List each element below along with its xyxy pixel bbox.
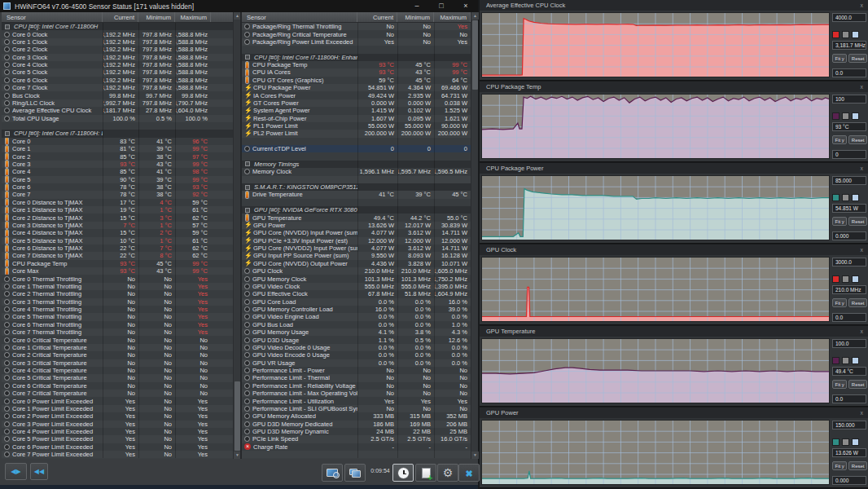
sensor-row[interactable]: Core 1 Thermal ThrottlingNoNoYes [2, 283, 233, 290]
fit-y-button[interactable]: Fit y [832, 461, 847, 470]
sensor-row[interactable]: GPU Clock210.0 MHz210.0 MHz1,605.0 MHz [242, 267, 471, 275]
color-swatch[interactable] [842, 194, 849, 201]
sensor-row[interactable]: Core 3 Critical TemperatureNoNoNo [2, 359, 233, 367]
axis-min-value[interactable]: 0.0 [832, 394, 866, 403]
color-swatch[interactable] [832, 357, 840, 364]
sensor-row[interactable]: Core 2 Distance to TjMAX15 °C3 °C62 °C [2, 214, 233, 221]
sensor-row[interactable]: GPU Memory Allocated333 MB315 MB352 MB [242, 412, 471, 420]
sensor-row[interactable]: ×Charge Rate--- [242, 443, 471, 451]
sensor-row[interactable]: ⚡CPU Package Power54.851 W4.364 W69.466 … [242, 84, 471, 91]
axis-min-value[interactable]: 0.0 [832, 313, 866, 322]
sensor-row[interactable]: ⚡PL1 Power Limit55.000 W55.000 W90.000 W [242, 122, 471, 130]
color-swatch[interactable] [832, 438, 840, 446]
sensor-row[interactable]: Core 5 Critical TemperatureNoNoNo [2, 374, 233, 381]
sensor-row[interactable]: Core 678 °C38 °C93 °C [2, 183, 233, 191]
sensor-row[interactable]: Core 181 °C39 °C99 °C [2, 145, 233, 152]
sensor-row[interactable]: Core 778 °C38 °C92 °C [2, 191, 233, 198]
close-icon[interactable]: x [861, 328, 868, 334]
axis-min-value[interactable]: 0.000 [832, 476, 866, 485]
sensor-row[interactable]: Core 083 °C41 °C96 °C [2, 138, 233, 145]
axis-max-value[interactable]: 4000.0 [832, 13, 866, 22]
sensor-row[interactable]: ⚡GPU Core (NVVDD) Input Power (sum)4.077… [242, 229, 471, 236]
scroll-first-button[interactable]: ◀◀ [30, 463, 48, 480]
sensor-row[interactable]: Core 4 Clock3,192.2 MHz797.8 MHz4,588.8 … [2, 61, 233, 68]
color-swatch[interactable] [842, 357, 849, 364]
sensor-row[interactable]: Core 1 Distance to TjMAX19 °C1 °C61 °C [2, 206, 233, 214]
sensor-row[interactable]: ⚡Rest-of-Chip Power1.607 W0.095 W1.621 W [242, 115, 471, 122]
axis-min-value[interactable]: 0.0 [832, 68, 866, 77]
sensor-row[interactable]: Core 6 Distance to TjMAX22 °C7 °C62 °C [2, 244, 233, 252]
sensor-row[interactable]: Core 2 Power Limit ExceededYesNoYes [2, 412, 233, 420]
sensor-row[interactable]: GPU D3D Memory Dedicated186 MB169 MB206 … [242, 421, 471, 428]
sensor-row[interactable]: Core 5 Thermal ThrottlingNoNoYes [2, 313, 233, 320]
sensor-row[interactable]: Average Effective CPU Clock3,181.7 MHz27… [2, 107, 233, 114]
reset-button[interactable]: Reset [848, 135, 867, 144]
close-icon[interactable]: x [861, 84, 868, 90]
sensor-row[interactable]: GPU Bus Load0.0 %0.0 %1.0 % [242, 321, 471, 328]
sensor-row[interactable]: ⚡GPU PCIe +3.3V Input Power (est)12.000 … [242, 237, 471, 244]
color-swatch[interactable] [852, 275, 859, 283]
color-swatch[interactable] [842, 438, 849, 446]
sensor-row[interactable]: Core 285 °C38 °C97 °C [2, 152, 233, 160]
sensor-row[interactable]: Core 2 Critical TemperatureNoNoNo [2, 351, 233, 359]
sensor-row[interactable]: Core 7 Distance to TjMAX22 °C8 °C62 °C [2, 252, 233, 259]
reset-button[interactable]: Reset [848, 380, 867, 389]
sensor-row[interactable]: ⚡GPU Core (NVVDD) Output Power4.436 W3.8… [242, 260, 471, 267]
axis-min-value[interactable]: 0.000 [832, 231, 866, 240]
scroll-up-icon[interactable]: ▲ [471, 12, 479, 20]
color-swatch[interactable] [852, 438, 859, 446]
scrollbar-thumb[interactable] [235, 381, 240, 451]
close-icon[interactable]: x [861, 165, 868, 171]
fit-y-button[interactable]: Fit y [832, 217, 847, 226]
sensor-row[interactable]: Core 6 Clock3,192.2 MHz797.8 MHz4,588.8 … [2, 77, 233, 84]
sensor-row[interactable]: Core 3 Clock3,192.2 MHz797.8 MHz4,588.8 … [2, 54, 233, 61]
axis-max-value[interactable]: 100 [832, 95, 866, 104]
sensor-row[interactable]: Core 6 Thermal ThrottlingNoNoYes [2, 321, 233, 328]
close-icon[interactable]: x [861, 247, 868, 253]
axis-max-value[interactable]: 100.0 [832, 339, 866, 348]
sensor-row[interactable]: Core 0 Distance to TjMAX17 °C4 °C59 °C [2, 199, 233, 206]
sensor-row[interactable]: Package/Ring Critical TemperatureNoNoNo [242, 30, 471, 37]
sensor-row[interactable]: GPU Core Load0.0 %0.0 %16.0 % [242, 298, 471, 306]
sensor-row[interactable]: Memory Clock1,596.1 MHz1,595.7 MHz1,596.… [242, 168, 471, 175]
sensor-row[interactable]: Core 6 Power Limit ExceededYesNoYes [2, 443, 233, 451]
current-value[interactable]: 3,181.7 MHz [832, 41, 866, 50]
sensor-row[interactable]: Core 1 Power Limit ExceededYesNoYes [2, 405, 233, 412]
sensor-row[interactable]: CPU [#0]: Intel Core i7-11800H [2, 23, 233, 30]
sensor-row[interactable]: Core 0 Thermal ThrottlingNoNoYes [2, 275, 233, 282]
sensor-row[interactable]: GPU Video Encode 0 Usage0.0 %0.0 %0.0 % [242, 351, 471, 359]
sensor-row[interactable]: Core 4 Thermal ThrottlingNoNoYes [2, 306, 233, 313]
sensor-row[interactable]: ⚡GT Cores Power0.000 W0.000 W0.038 W [242, 99, 471, 107]
sensor-row[interactable]: Performance Limit - UtilizationYesYesYes [242, 397, 471, 404]
sensor-row[interactable]: GPU D3D Memory Dynamic24 MB22 MB25 MB [242, 428, 471, 435]
sensor-row[interactable]: GPU Video Decode 0 Usage0.0 %0.0 %0.0 % [242, 344, 471, 351]
sensor-row[interactable]: Performance Limit - Max Operating Voltag… [242, 390, 471, 397]
settings-button[interactable] [437, 464, 458, 482]
close-button[interactable]: × [454, 0, 478, 12]
scrollbar-left[interactable]: ▲ ▼ [233, 12, 240, 459]
sensor-row[interactable]: Performance Limit - PowerNoNoNo [242, 367, 471, 374]
sensor-row[interactable]: Core Max93 °C43 °C99 °C [2, 267, 233, 275]
reset-button[interactable]: Reset [848, 54, 867, 63]
sensor-row[interactable]: CPU IA Cores93 °C43 °C99 °C [242, 68, 471, 76]
sensor-row[interactable]: Core 0 Critical TemperatureNoNoNo [2, 336, 233, 343]
sensor-row[interactable]: ⚡PL2 Power Limit200.000 W200.000 W200.00… [242, 130, 471, 137]
sensor-row[interactable]: CPU Package Temp93 °C45 °C99 °C [242, 61, 471, 68]
sensor-row[interactable]: Performance Limit - SLI GPUBoost SyncNoN… [242, 405, 471, 412]
sensor-row[interactable]: Core 5 Power Limit ExceededYesNoYes [2, 435, 233, 443]
color-swatch[interactable] [852, 31, 859, 38]
sensor-row[interactable]: Performance Limit - ThermalNoNoNo [242, 374, 471, 381]
close-sensors-button[interactable] [458, 464, 480, 482]
sensor-row[interactable]: Drive Temperature41 °C39 °C45 °C [242, 191, 471, 198]
sensor-row[interactable]: CPU [#0]: Intel Core i7-11800H: DTS [2, 130, 233, 137]
sensor-row[interactable]: CPU GT Cores (Graphics)59 °C45 °C64 °C [242, 77, 471, 84]
color-swatch[interactable] [832, 31, 840, 38]
sensor-row[interactable]: GPU Memory Controller Load16.0 %0.0 %39.… [242, 306, 471, 313]
close-icon[interactable]: x [861, 2, 868, 8]
current-value[interactable]: 13.626 W [832, 448, 866, 457]
reset-button[interactable]: Reset [848, 461, 867, 470]
report-button[interactable] [415, 464, 436, 482]
close-icon[interactable]: x [861, 410, 868, 416]
sensor-row[interactable]: Core 1 Clock3,192.2 MHz797.8 MHz4,588.8 … [2, 38, 233, 46]
sensor-row[interactable]: Core 7 Power Limit ExceededYesNoYes [2, 451, 233, 458]
